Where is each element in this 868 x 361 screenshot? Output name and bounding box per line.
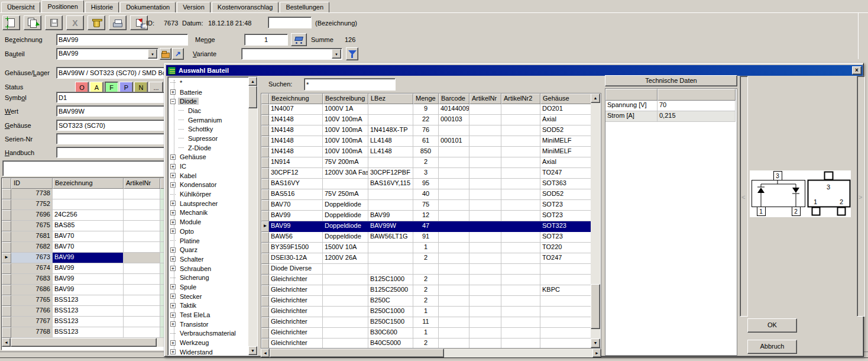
row-selector[interactable]	[261, 264, 269, 275]
table-cell[interactable]: 7674	[11, 263, 53, 274]
table-cell[interactable]	[323, 264, 368, 275]
table-row[interactable]: GleichrichterB40C50002	[261, 339, 601, 349]
table-cell[interactable]	[501, 211, 540, 221]
table-cell[interactable]: DO201	[540, 104, 592, 115]
table-cell[interactable]: 1N914	[269, 157, 323, 168]
row-selector[interactable]	[2, 295, 11, 306]
tree-item[interactable]: +Module	[168, 217, 247, 227]
bauteil-combo[interactable]: BAV99 ▼	[56, 48, 158, 60]
table-cell[interactable]: BAW56	[269, 232, 323, 243]
table-cell[interactable]	[124, 199, 160, 210]
table-cell[interactable]	[439, 147, 469, 157]
table-cell[interactable]: 1000V 1A	[323, 104, 368, 115]
table-row[interactable]: 7682BAV70	[2, 242, 167, 253]
table-row[interactable]: DSEI30-12A1200V 26A2TO247	[261, 253, 601, 264]
tree-scrollbar[interactable]: ▲ ▼	[248, 77, 257, 355]
table-cell[interactable]	[323, 179, 368, 189]
name-filter-input[interactable]	[268, 17, 312, 28]
table-cell[interactable]: 401440090	[439, 104, 469, 115]
tree-item[interactable]: +Schalter	[168, 254, 247, 264]
row-selector[interactable]	[261, 147, 269, 157]
table-cell[interactable]	[323, 307, 368, 317]
table-cell[interactable]: TO220	[540, 243, 592, 253]
table-cell[interactable]: LL4148	[368, 136, 413, 147]
row-selector[interactable]	[261, 307, 269, 317]
row-selector[interactable]	[261, 136, 269, 147]
table-cell[interactable]: 91	[413, 232, 439, 243]
table-cell[interactable]: BAV70	[53, 242, 124, 253]
parts-column-header[interactable]: Menge	[413, 94, 439, 104]
table-cell[interactable]	[469, 307, 501, 317]
row-selector[interactable]	[261, 168, 269, 179]
row-selector[interactable]	[2, 306, 11, 317]
table-cell[interactable]: 7765	[11, 295, 53, 306]
tree-item-label[interactable]: Widerstand	[178, 349, 215, 356]
tree-item-label[interactable]: Taktik	[178, 302, 198, 309]
table-cell[interactable]	[501, 104, 540, 115]
row-selector[interactable]	[261, 200, 269, 211]
table-cell[interactable]: BAV99	[53, 263, 124, 274]
expand-icon[interactable]: +	[170, 284, 176, 289]
table-cell[interactable]: BAS16VY	[269, 179, 323, 189]
expand-icon[interactable]: +	[170, 220, 176, 225]
table-cell[interactable]	[469, 328, 501, 339]
tree-item[interactable]: +Werkzeug	[168, 338, 247, 347]
table-cell[interactable]: 1N4148	[269, 115, 323, 125]
tree-item[interactable]: +Kabel	[168, 171, 247, 180]
tree-item-label[interactable]: Schalter	[178, 256, 205, 263]
table-cell[interactable]	[439, 200, 469, 211]
table-row[interactable]: 1N4148100V 100mA1N4148X-TP76SOD52	[261, 125, 601, 136]
tree-item[interactable]: −Diode	[168, 96, 247, 106]
parts-column-header[interactable]: ArtikelNr2	[501, 94, 540, 104]
table-cell[interactable]	[501, 307, 540, 317]
tree-item-label[interactable]: Kabel	[178, 172, 198, 179]
table-cell[interactable]	[501, 115, 540, 125]
dialog-title-bar[interactable]: Auswahl Bauteil	[166, 65, 863, 76]
table-cell[interactable]	[501, 339, 540, 349]
table-row[interactable]: GleichrichterB250C150011	[261, 317, 601, 328]
tree-item[interactable]: +Mechanik	[168, 208, 247, 218]
row-selector[interactable]	[2, 231, 11, 242]
row-selector[interactable]	[261, 296, 269, 307]
tab-positionen[interactable]: Positionen	[41, 0, 83, 12]
table-cell[interactable]	[368, 200, 413, 211]
table-cell[interactable]: Gleichrichter	[269, 285, 323, 296]
variante-combo-arrow[interactable]: ▼	[332, 49, 341, 59]
table-cell[interactable]	[124, 210, 160, 221]
table-cell[interactable]: B250C1500	[368, 317, 413, 328]
positions-column-header[interactable]: ID	[11, 178, 53, 189]
tree-item-label[interactable]: Spule	[178, 283, 198, 291]
table-row[interactable]: 1N4148100V 100mALL414861000101MiniMELF	[261, 136, 601, 147]
table-row[interactable]: 7752	[2, 199, 167, 210]
table-cell[interactable]: 24C256	[53, 210, 124, 221]
print-button[interactable]	[109, 15, 127, 30]
table-cell[interactable]: 2	[413, 296, 439, 307]
expand-icon[interactable]: +	[170, 340, 176, 346]
table-cell[interactable]	[540, 296, 592, 307]
table-cell[interactable]	[368, 243, 413, 253]
table-cell[interactable]	[439, 339, 469, 349]
expand-icon[interactable]: +	[170, 154, 176, 160]
table-cell[interactable]	[124, 253, 160, 263]
table-cell[interactable]: 7696	[11, 210, 53, 221]
table-cell[interactable]	[501, 136, 540, 147]
table-cell[interactable]	[124, 306, 160, 317]
table-cell[interactable]	[501, 189, 540, 200]
table-cell[interactable]	[501, 157, 540, 168]
tree-item-label[interactable]: Diode	[178, 98, 199, 105]
tree-item[interactable]: Platine	[168, 236, 247, 246]
bauteil-combo-arrow[interactable]: ▼	[148, 49, 157, 59]
goto-part-button[interactable]: ↗	[172, 48, 184, 60]
table-cell[interactable]	[439, 253, 469, 264]
table-cell[interactable]: 1200V 30A Fast	[323, 168, 368, 179]
tree-item[interactable]: +Widerstand	[168, 347, 247, 356]
table-cell[interactable]: Doppeldiode	[323, 211, 368, 221]
table-cell[interactable]: 7768	[11, 327, 53, 338]
tab-kostenvoranschlag[interactable]: Kostenvoranschlag	[212, 2, 279, 12]
table-cell[interactable]: Gleichrichter	[269, 296, 323, 307]
table-cell[interactable]: 1N4148	[269, 125, 323, 136]
cart-button[interactable]	[291, 33, 307, 46]
tree-item-label[interactable]: Germanium	[186, 117, 224, 124]
tree-item[interactable]: Verbrauchsmaterial	[168, 329, 247, 339]
tree-item[interactable]: +Kondensator	[168, 180, 247, 190]
